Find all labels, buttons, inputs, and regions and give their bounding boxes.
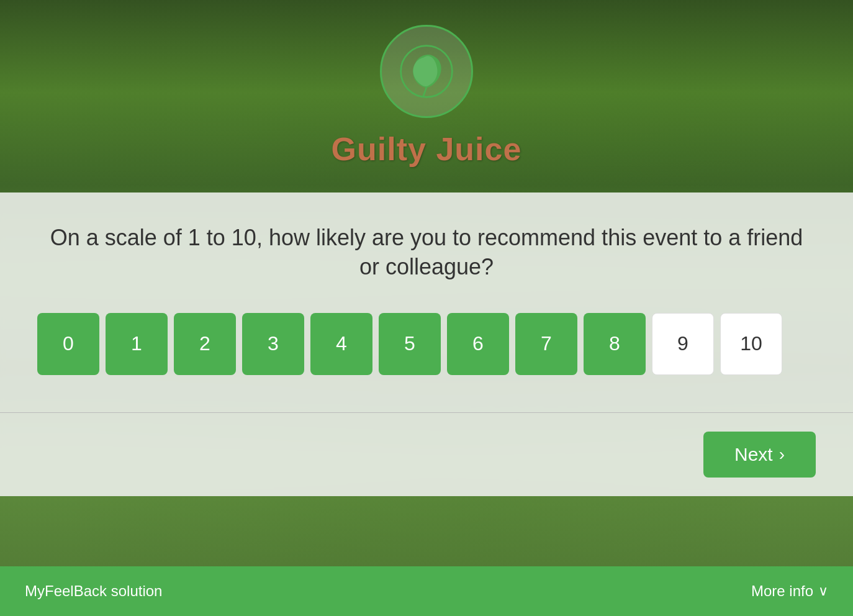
- rating-btn-5[interactable]: 5: [379, 313, 441, 375]
- rating-btn-7[interactable]: 7: [515, 313, 577, 375]
- action-bar: Next ›: [0, 413, 853, 496]
- next-button[interactable]: Next ›: [703, 432, 816, 478]
- logo-icon: [399, 43, 454, 99]
- rating-btn-0[interactable]: 0: [37, 313, 99, 375]
- next-chevron-icon: ›: [779, 445, 785, 464]
- chevron-down-icon: ∨: [818, 583, 828, 599]
- rating-btn-4[interactable]: 4: [310, 313, 372, 375]
- footer-brand-label: MyFeelBack solution: [25, 582, 162, 600]
- rating-row: 012345678910: [37, 313, 816, 387]
- rating-btn-3[interactable]: 3: [242, 313, 304, 375]
- rating-btn-8[interactable]: 8: [584, 313, 646, 375]
- next-label: Next: [734, 444, 773, 465]
- footer: MyFeelBack solution More info ∨: [0, 566, 853, 616]
- rating-btn-10[interactable]: 10: [720, 313, 782, 375]
- survey-panel: On a scale of 1 to 10, how likely are yo…: [0, 192, 853, 412]
- more-info-label: More info: [751, 582, 813, 600]
- rating-btn-2[interactable]: 2: [174, 313, 236, 375]
- rating-btn-1[interactable]: 1: [106, 313, 168, 375]
- rating-btn-9[interactable]: 9: [652, 313, 714, 375]
- rating-btn-6[interactable]: 6: [447, 313, 509, 375]
- more-info-button[interactable]: More info ∨: [751, 582, 828, 600]
- brand-name: Guilty Juice: [332, 130, 522, 168]
- header: Guilty Juice: [0, 0, 853, 192]
- question-text: On a scale of 1 to 10, how likely are yo…: [37, 224, 816, 282]
- logo-circle: [380, 25, 473, 118]
